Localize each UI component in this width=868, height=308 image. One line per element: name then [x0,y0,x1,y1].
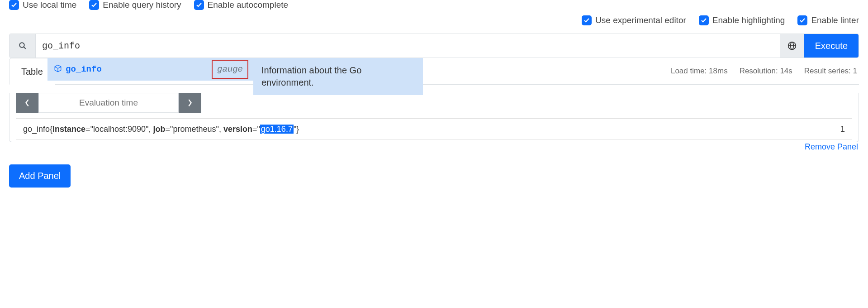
label-value: "prometheus" [170,125,219,134]
label-key: job [153,125,166,134]
label-value: "localhost:9090" [90,125,149,134]
checkbox-label: Enable query history [103,0,181,10]
query-stats: Load time: 18ms Resolution: 14s Result s… [671,67,857,76]
remove-panel-link[interactable]: Remove Panel [804,135,859,153]
check-icon [699,15,709,25]
use-experimental-editor-checkbox[interactable]: Use experimental editor [582,15,686,25]
svg-line-1 [24,47,26,49]
checkbox-label: Use experimental editor [595,15,686,25]
chevron-left-icon[interactable] [16,93,38,113]
autocomplete-popup: go_info gauge Information about the Go e… [47,58,423,95]
checkbox-label: Enable highlighting [712,15,785,25]
stat-result-series: Result series: 1 [804,67,857,76]
svg-point-0 [19,43,24,48]
label-value-prefix: " [257,125,260,134]
autocomplete-item[interactable]: go_info gauge [47,58,253,81]
label-value-highlight: go1.16.7 [260,125,294,134]
chevron-right-icon[interactable] [179,93,201,113]
checkbox-label: Use local time [23,0,76,10]
evaluation-time-row [16,93,859,113]
checkbox-label: Enable autocomplete [208,0,289,10]
evaluation-time-input[interactable] [38,93,179,113]
check-icon [9,0,19,10]
enable-linter-checkbox[interactable]: Enable linter [797,15,859,25]
add-panel-button[interactable]: Add Panel [9,164,71,188]
autocomplete-name: go_info [66,64,102,74]
enable-query-history-checkbox[interactable]: Enable query history [89,0,181,10]
cube-icon [54,64,62,75]
query-input-area: Execute [9,34,859,58]
check-icon [582,15,592,25]
label-value-suffix: " [294,125,296,134]
result-metric: go_info{instance="localhost:9090", job="… [23,125,299,134]
label-key: instance [52,125,85,134]
checkbox-label: Enable linter [811,15,859,25]
top-options-row: Use local time Enable query history Enab… [9,0,859,15]
autocomplete-description: Information about the Go environment. [253,58,423,95]
use-local-time-checkbox[interactable]: Use local time [9,0,76,10]
stat-load-time: Load time: 18ms [671,67,728,76]
result-row: go_info{instance="localhost:9090", job="… [16,118,852,140]
enable-autocomplete-checkbox[interactable]: Enable autocomplete [194,0,289,10]
right-options-row: Use experimental editor Enable highlight… [9,15,859,34]
enable-highlighting-checkbox[interactable]: Enable highlighting [699,15,785,25]
check-icon [194,0,204,10]
stat-resolution: Resolution: 14s [740,67,792,76]
search-icon[interactable] [9,34,36,58]
check-icon [797,15,807,25]
result-value: 1 [840,124,845,134]
check-icon [89,0,99,10]
metric-name: go_info [23,125,50,134]
label-key: version [223,125,252,134]
autocomplete-type: gauge [212,60,248,79]
globe-icon[interactable] [780,34,804,58]
execute-button[interactable]: Execute [804,34,859,58]
query-input[interactable] [36,34,780,58]
